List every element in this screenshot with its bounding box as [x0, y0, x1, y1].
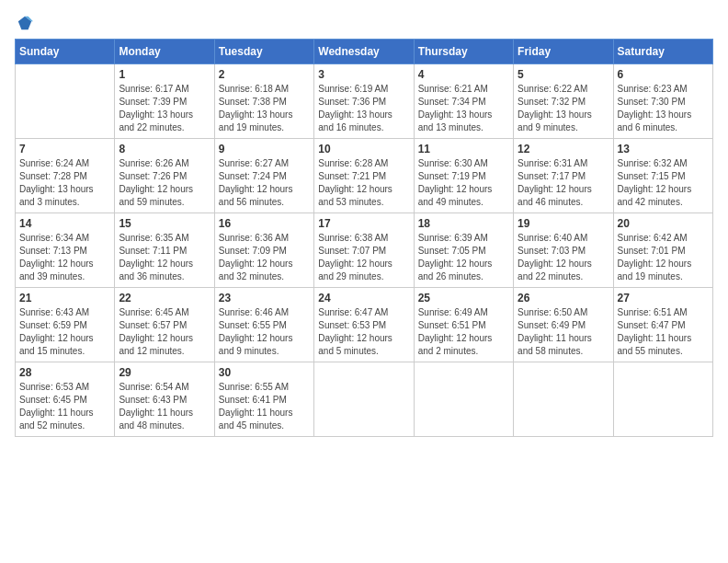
calendar-cell: 3Sunrise: 6:19 AM Sunset: 7:36 PM Daylig… [314, 64, 414, 139]
calendar-cell: 28Sunrise: 6:53 AM Sunset: 6:45 PM Dayli… [16, 362, 115, 437]
day-number: 20 [618, 217, 709, 230]
calendar-cell: 22Sunrise: 6:45 AM Sunset: 6:57 PM Dayli… [115, 288, 214, 362]
day-number: 16 [219, 217, 310, 230]
logo [15, 15, 33, 31]
day-number: 25 [418, 292, 509, 304]
day-info: Sunrise: 6:30 AM Sunset: 7:19 PM Dayligh… [418, 157, 509, 209]
day-info: Sunrise: 6:27 AM Sunset: 7:24 PM Dayligh… [219, 157, 310, 209]
calendar-cell: 24Sunrise: 6:47 AM Sunset: 6:53 PM Dayli… [314, 288, 414, 362]
calendar-cell: 26Sunrise: 6:50 AM Sunset: 6:49 PM Dayli… [514, 288, 613, 362]
day-number: 23 [219, 292, 310, 304]
calendar-cell: 7Sunrise: 6:24 AM Sunset: 7:28 PM Daylig… [16, 139, 115, 213]
day-info: Sunrise: 6:51 AM Sunset: 6:47 PM Dayligh… [618, 306, 709, 358]
day-number: 14 [19, 217, 110, 230]
page-header [15, 15, 713, 31]
header-day-thursday: Thursday [414, 40, 513, 64]
day-number: 24 [318, 292, 409, 304]
calendar-cell: 29Sunrise: 6:54 AM Sunset: 6:43 PM Dayli… [115, 362, 214, 437]
calendar-cell: 27Sunrise: 6:51 AM Sunset: 6:47 PM Dayli… [613, 288, 712, 362]
day-info: Sunrise: 6:36 AM Sunset: 7:09 PM Dayligh… [219, 232, 310, 283]
calendar-cell: 5Sunrise: 6:22 AM Sunset: 7:32 PM Daylig… [514, 64, 613, 139]
day-info: Sunrise: 6:28 AM Sunset: 7:21 PM Dayligh… [318, 157, 409, 209]
calendar-cell: 20Sunrise: 6:42 AM Sunset: 7:01 PM Dayli… [613, 213, 712, 288]
day-number: 6 [618, 68, 709, 81]
day-info: Sunrise: 6:46 AM Sunset: 6:55 PM Dayligh… [219, 306, 310, 358]
day-number: 3 [318, 68, 409, 81]
calendar-cell: 2Sunrise: 6:18 AM Sunset: 7:38 PM Daylig… [214, 64, 313, 139]
calendar-cell: 1Sunrise: 6:17 AM Sunset: 7:39 PM Daylig… [115, 64, 214, 139]
day-number: 7 [19, 143, 110, 155]
header-day-wednesday: Wednesday [314, 40, 414, 64]
header-day-saturday: Saturday [613, 40, 712, 64]
day-info: Sunrise: 6:23 AM Sunset: 7:30 PM Dayligh… [618, 83, 709, 134]
calendar-cell: 11Sunrise: 6:30 AM Sunset: 7:19 PM Dayli… [414, 139, 513, 213]
day-info: Sunrise: 6:50 AM Sunset: 6:49 PM Dayligh… [518, 306, 609, 358]
day-number: 13 [618, 143, 709, 155]
day-info: Sunrise: 6:22 AM Sunset: 7:32 PM Dayligh… [518, 83, 609, 134]
calendar-cell: 15Sunrise: 6:35 AM Sunset: 7:11 PM Dayli… [115, 213, 214, 288]
day-info: Sunrise: 6:26 AM Sunset: 7:26 PM Dayligh… [119, 157, 210, 209]
day-number: 15 [119, 217, 210, 230]
week-row-3: 14Sunrise: 6:34 AM Sunset: 7:13 PM Dayli… [16, 213, 713, 288]
calendar-table: SundayMondayTuesdayWednesdayThursdayFrid… [15, 39, 713, 437]
day-info: Sunrise: 6:31 AM Sunset: 7:17 PM Dayligh… [518, 157, 609, 209]
day-number: 18 [418, 217, 509, 230]
calendar-cell: 13Sunrise: 6:32 AM Sunset: 7:15 PM Dayli… [613, 139, 712, 213]
calendar-cell: 16Sunrise: 6:36 AM Sunset: 7:09 PM Dayli… [214, 213, 313, 288]
day-info: Sunrise: 6:34 AM Sunset: 7:13 PM Dayligh… [19, 232, 110, 283]
calendar-cell: 21Sunrise: 6:43 AM Sunset: 6:59 PM Dayli… [16, 288, 115, 362]
day-number: 2 [219, 68, 310, 81]
week-row-4: 21Sunrise: 6:43 AM Sunset: 6:59 PM Dayli… [16, 288, 713, 362]
day-info: Sunrise: 6:53 AM Sunset: 6:45 PM Dayligh… [19, 381, 110, 432]
day-number: 27 [618, 292, 709, 304]
week-row-2: 7Sunrise: 6:24 AM Sunset: 7:28 PM Daylig… [16, 139, 713, 213]
day-number: 8 [119, 143, 210, 155]
logo-icon [17, 15, 33, 31]
week-row-5: 28Sunrise: 6:53 AM Sunset: 6:45 PM Dayli… [16, 362, 713, 437]
calendar-cell: 8Sunrise: 6:26 AM Sunset: 7:26 PM Daylig… [115, 139, 214, 213]
day-number: 28 [19, 366, 110, 379]
header-day-monday: Monday [115, 40, 214, 64]
day-info: Sunrise: 6:55 AM Sunset: 6:41 PM Dayligh… [219, 381, 310, 432]
day-number: 19 [518, 217, 609, 230]
day-info: Sunrise: 6:21 AM Sunset: 7:34 PM Dayligh… [418, 83, 509, 134]
day-number: 12 [518, 143, 609, 155]
day-number: 9 [219, 143, 310, 155]
calendar-cell [613, 362, 712, 437]
calendar-cell [16, 64, 115, 139]
day-number: 22 [119, 292, 210, 304]
week-row-1: 1Sunrise: 6:17 AM Sunset: 7:39 PM Daylig… [16, 64, 713, 139]
calendar-cell: 30Sunrise: 6:55 AM Sunset: 6:41 PM Dayli… [214, 362, 313, 437]
calendar-cell: 9Sunrise: 6:27 AM Sunset: 7:24 PM Daylig… [214, 139, 313, 213]
calendar-cell: 10Sunrise: 6:28 AM Sunset: 7:21 PM Dayli… [314, 139, 414, 213]
calendar-cell: 18Sunrise: 6:39 AM Sunset: 7:05 PM Dayli… [414, 213, 513, 288]
calendar-cell: 12Sunrise: 6:31 AM Sunset: 7:17 PM Dayli… [514, 139, 613, 213]
day-info: Sunrise: 6:32 AM Sunset: 7:15 PM Dayligh… [618, 157, 709, 209]
day-info: Sunrise: 6:43 AM Sunset: 6:59 PM Dayligh… [19, 306, 110, 358]
day-info: Sunrise: 6:17 AM Sunset: 7:39 PM Dayligh… [119, 83, 210, 134]
day-info: Sunrise: 6:39 AM Sunset: 7:05 PM Dayligh… [418, 232, 509, 283]
day-number: 30 [219, 366, 310, 379]
day-info: Sunrise: 6:40 AM Sunset: 7:03 PM Dayligh… [518, 232, 609, 283]
calendar-cell: 4Sunrise: 6:21 AM Sunset: 7:34 PM Daylig… [414, 64, 513, 139]
calendar-cell [414, 362, 513, 437]
day-number: 4 [418, 68, 509, 81]
calendar-cell [514, 362, 613, 437]
day-info: Sunrise: 6:18 AM Sunset: 7:38 PM Dayligh… [219, 83, 310, 134]
header-day-sunday: Sunday [16, 40, 115, 64]
calendar-header: SundayMondayTuesdayWednesdayThursdayFrid… [16, 40, 713, 64]
day-info: Sunrise: 6:45 AM Sunset: 6:57 PM Dayligh… [119, 306, 210, 358]
day-info: Sunrise: 6:42 AM Sunset: 7:01 PM Dayligh… [618, 232, 709, 283]
day-info: Sunrise: 6:38 AM Sunset: 7:07 PM Dayligh… [318, 232, 409, 283]
day-number: 1 [119, 68, 210, 81]
header-row: SundayMondayTuesdayWednesdayThursdayFrid… [16, 40, 713, 64]
day-number: 10 [318, 143, 409, 155]
day-number: 26 [518, 292, 609, 304]
day-number: 5 [518, 68, 609, 81]
calendar-cell: 23Sunrise: 6:46 AM Sunset: 6:55 PM Dayli… [214, 288, 313, 362]
day-info: Sunrise: 6:35 AM Sunset: 7:11 PM Dayligh… [119, 232, 210, 283]
day-number: 11 [418, 143, 509, 155]
day-number: 17 [318, 217, 409, 230]
calendar-cell: 6Sunrise: 6:23 AM Sunset: 7:30 PM Daylig… [613, 64, 712, 139]
calendar-body: 1Sunrise: 6:17 AM Sunset: 7:39 PM Daylig… [16, 64, 713, 437]
